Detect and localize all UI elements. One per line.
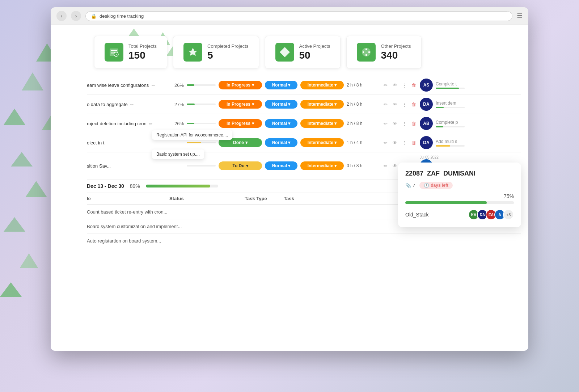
tooltip-4: Registration API for woocommerce.... bbox=[152, 130, 232, 140]
avatar-4: DA bbox=[420, 136, 433, 149]
level-badge-4[interactable]: Intermediate ▾ bbox=[300, 138, 344, 147]
stats-row: ✓ Total Projects 150 Completed Projects … bbox=[94, 36, 521, 68]
delete-action-4[interactable]: 🗑 bbox=[410, 139, 417, 146]
time-info-2: 2 h / 8 h bbox=[347, 102, 379, 107]
stat-icon-completed bbox=[183, 43, 202, 62]
attachment-number: 7 bbox=[413, 183, 415, 188]
stat-card-active: Active Projects 50 bbox=[265, 36, 341, 68]
more-action-4[interactable]: ⋮ bbox=[401, 139, 407, 146]
address-bar[interactable]: 🔒 desklog time tracking bbox=[85, 11, 512, 21]
progress-bar-2 bbox=[187, 104, 216, 105]
edit-icon-1[interactable]: ✏ bbox=[152, 83, 155, 88]
note-progress-1 bbox=[436, 88, 465, 89]
more-action-1[interactable]: ⋮ bbox=[401, 82, 407, 88]
svg-marker-11 bbox=[0, 282, 22, 297]
view-action-2[interactable]: 👁 bbox=[392, 101, 398, 108]
table-row: o data to aggregate ✏ 27% In Progress ▾ … bbox=[87, 95, 521, 114]
svg-rect-27 bbox=[368, 51, 370, 53]
table-row: roject deletion including cron ✏ 26% In … bbox=[87, 114, 521, 133]
status-badge-2[interactable]: In Progress ▾ bbox=[219, 100, 262, 109]
delete-action-2[interactable]: 🗑 bbox=[410, 101, 417, 108]
note-progress-3 bbox=[436, 126, 465, 127]
back-button[interactable]: ‹ bbox=[56, 11, 67, 21]
header-col-task: Task bbox=[284, 196, 320, 201]
svg-rect-25 bbox=[365, 49, 367, 50]
stat-text-other: Other Projects 340 bbox=[381, 43, 411, 61]
tooltip-5: Basic system set up.... bbox=[152, 149, 204, 159]
forward-button[interactable]: › bbox=[71, 11, 81, 21]
stat-card-total: ✓ Total Projects 150 bbox=[94, 36, 167, 68]
header-col-name: le bbox=[87, 196, 166, 201]
delete-action-3[interactable]: 🗑 bbox=[410, 120, 417, 127]
view-action-4[interactable]: 👁 bbox=[392, 139, 398, 146]
task-percent-3: 26% bbox=[169, 121, 184, 126]
subtask-name-3: Auto registartion on board system... bbox=[87, 238, 521, 244]
delete-action-1[interactable]: 🗑 bbox=[410, 82, 417, 88]
avatar-1: AS bbox=[420, 79, 433, 92]
task-name-2: o data to aggregate ✏ bbox=[87, 102, 166, 107]
status-badge-1[interactable]: In Progress ▾ bbox=[219, 81, 262, 89]
view-action-3[interactable]: 👁 bbox=[392, 120, 398, 127]
row-actions-3: ✏ 👁 ⋮ 🗑 bbox=[382, 120, 417, 127]
row-actions-2: ✏ 👁 ⋮ 🗑 bbox=[382, 101, 417, 108]
progress-fill-1 bbox=[187, 84, 194, 86]
priority-badge-5[interactable]: Normal ▾ bbox=[265, 161, 297, 170]
task-percent-1: 26% bbox=[169, 83, 184, 88]
time-info-3: 2 h / 8 h bbox=[347, 121, 379, 126]
stat-card-completed: Completed Projects 5 bbox=[173, 36, 259, 68]
note-progress-2 bbox=[436, 107, 465, 108]
edit-action-5[interactable]: ✏ bbox=[382, 163, 389, 169]
card-progress-pct: 75% bbox=[504, 193, 514, 199]
status-badge-3[interactable]: In Progress ▾ bbox=[219, 119, 262, 128]
task-note-4: Add multi s bbox=[436, 139, 521, 147]
edit-icon-3[interactable]: ✏ bbox=[149, 122, 152, 126]
stat-value-total: 150 bbox=[128, 50, 157, 61]
svg-rect-19 bbox=[111, 54, 114, 54]
level-badge-2[interactable]: Intermediate ▾ bbox=[300, 100, 344, 109]
avatar-plus-count: +3 bbox=[503, 209, 514, 220]
priority-badge-2[interactable]: Normal ▾ bbox=[265, 100, 297, 109]
level-badge-5[interactable]: Intermediate ▾ bbox=[300, 161, 344, 170]
priority-badge-4[interactable]: Normal ▾ bbox=[265, 138, 297, 147]
svg-rect-26 bbox=[363, 51, 364, 53]
task-name-3: roject deletion including cron ✏ bbox=[87, 121, 166, 126]
days-left-badge: 🕐 days left bbox=[419, 182, 453, 189]
browser-toolbar: ‹ › 🔒 desklog time tracking ☰ bbox=[51, 7, 528, 25]
stack-label: Old_Stack bbox=[405, 212, 429, 218]
svg-rect-28 bbox=[365, 54, 367, 56]
stat-text-total: Total Projects 150 bbox=[128, 43, 157, 61]
more-action-2[interactable]: ⋮ bbox=[401, 101, 407, 108]
svg-text:✓: ✓ bbox=[115, 53, 118, 56]
svg-marker-7 bbox=[11, 152, 33, 167]
progress-bar-3 bbox=[187, 123, 216, 124]
edit-action-1[interactable]: ✏ bbox=[382, 82, 389, 88]
edit-action-4[interactable]: ✏ bbox=[382, 139, 389, 146]
menu-icon[interactable]: ☰ bbox=[517, 12, 523, 20]
task-percent-2: 27% bbox=[169, 102, 184, 107]
attachment-count: 📎 7 bbox=[405, 183, 415, 188]
svg-rect-17 bbox=[111, 50, 117, 51]
avatar-3: AB bbox=[420, 117, 433, 130]
edit-icon-2[interactable]: ✏ bbox=[130, 102, 134, 107]
header-col-type: Task Type bbox=[245, 196, 281, 201]
view-action-5[interactable]: 👁 bbox=[392, 163, 398, 169]
edit-action-2[interactable]: ✏ bbox=[382, 101, 389, 108]
sprint-progress-bar bbox=[146, 185, 218, 187]
more-action-3[interactable]: ⋮ bbox=[401, 120, 407, 127]
view-action-1[interactable]: 👁 bbox=[392, 82, 398, 88]
priority-badge-1[interactable]: Normal ▾ bbox=[265, 81, 297, 89]
edit-action-3[interactable]: ✏ bbox=[382, 120, 389, 127]
priority-badge-3[interactable]: Normal ▾ bbox=[265, 119, 297, 128]
task-note-2: Insert dem bbox=[436, 101, 521, 108]
browser-content: ✓ Total Projects 150 Completed Projects … bbox=[51, 25, 528, 351]
card-progress-bar bbox=[405, 201, 514, 204]
note-progress-4 bbox=[436, 145, 465, 147]
level-badge-3[interactable]: Intermediate ▾ bbox=[300, 119, 344, 128]
card-stack-row: Old_Stack KA DA EA A +3 bbox=[405, 209, 514, 220]
avatar-2: DA bbox=[420, 98, 433, 111]
level-badge-1[interactable]: Intermediate ▾ bbox=[300, 81, 344, 89]
svg-marker-10 bbox=[20, 253, 38, 268]
status-badge-5[interactable]: To Do ▾ bbox=[219, 161, 262, 170]
days-left-text: days left bbox=[431, 183, 448, 188]
stat-value-active: 50 bbox=[299, 50, 330, 61]
